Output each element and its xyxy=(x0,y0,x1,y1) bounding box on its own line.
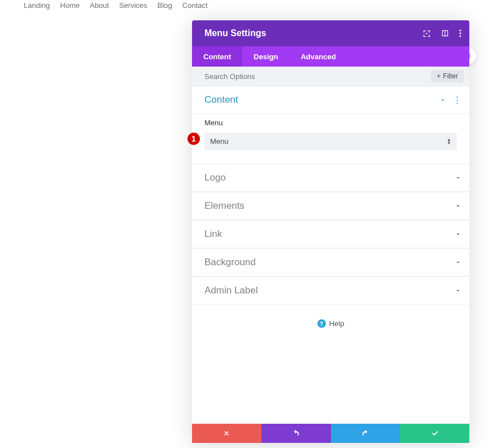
tab-design[interactable]: Design xyxy=(242,46,289,67)
menu-select-value: Menu xyxy=(210,137,229,146)
panel-title-actions xyxy=(422,29,461,38)
redo-button[interactable] xyxy=(331,424,400,443)
focus-icon[interactable] xyxy=(422,29,431,38)
chevron-down-icon xyxy=(455,287,461,294)
nav-item-blog[interactable]: Blog xyxy=(158,1,172,10)
step-badge-1: 1 xyxy=(188,133,200,145)
check-icon xyxy=(431,429,439,437)
section-elements-title: Elements xyxy=(204,200,245,212)
tab-content[interactable]: Content xyxy=(192,46,242,67)
svg-point-0 xyxy=(426,33,428,34)
nav-item-about[interactable]: About xyxy=(90,1,109,10)
panel-footer xyxy=(192,424,469,443)
svg-point-3 xyxy=(460,36,461,37)
columns-icon[interactable] xyxy=(441,29,449,37)
panel-tabs: Content Design Advanced xyxy=(192,46,469,67)
section-kebab-icon[interactable]: ⋮ xyxy=(453,98,461,102)
menu-field-label: Menu xyxy=(204,118,457,127)
chevron-down-icon xyxy=(455,259,461,266)
filter-label: Filter xyxy=(443,72,458,80)
chevron-down-icon xyxy=(455,231,461,238)
filter-button[interactable]: + Filter xyxy=(431,70,464,82)
x-icon xyxy=(223,430,230,437)
undo-button[interactable] xyxy=(261,424,331,443)
undo-icon xyxy=(292,429,300,437)
chevron-up-icon[interactable] xyxy=(439,96,446,103)
section-background[interactable]: Background xyxy=(192,248,469,276)
search-row: Search Options + Filter xyxy=(192,67,469,86)
section-content-actions: ⋮ xyxy=(439,96,461,103)
section-content-header[interactable]: Content ⋮ xyxy=(192,86,469,114)
menu-settings-panel: Menu Settings Content Design Advanced Se… xyxy=(192,20,469,443)
section-elements[interactable]: Elements xyxy=(192,192,469,220)
help-button[interactable]: ? Help xyxy=(192,305,469,424)
nav-item-services[interactable]: Services xyxy=(119,1,147,10)
nav-item-home[interactable]: Home xyxy=(60,1,80,10)
select-stepper-icon: ▲▼ xyxy=(447,138,451,144)
menu-select-row: 1 Menu ▲▼ xyxy=(204,133,457,150)
confirm-button[interactable] xyxy=(400,424,469,443)
svg-point-1 xyxy=(460,30,461,32)
tab-advanced[interactable]: Advanced xyxy=(289,46,347,67)
plus-icon: + xyxy=(437,72,441,80)
chevron-down-icon xyxy=(455,203,461,209)
help-label: Help xyxy=(329,319,345,328)
kebab-icon[interactable] xyxy=(459,29,461,37)
section-content-title: Content xyxy=(204,94,238,106)
panel-titlebar: Menu Settings xyxy=(192,20,469,46)
section-link-title: Link xyxy=(204,229,222,240)
svg-point-2 xyxy=(460,33,461,34)
section-content-body: Menu 1 Menu ▲▼ xyxy=(192,118,469,164)
section-link[interactable]: Link xyxy=(192,220,469,248)
panel-title: Menu Settings xyxy=(204,28,266,38)
redo-icon xyxy=(361,429,369,437)
help-icon: ? xyxy=(317,319,326,328)
section-logo[interactable]: Logo xyxy=(192,164,469,192)
nav-item-contact[interactable]: Contact xyxy=(182,1,208,10)
section-background-title: Background xyxy=(204,257,256,268)
nav-item-landing[interactable]: Landing xyxy=(24,1,50,10)
menu-select[interactable]: Menu ▲▼ xyxy=(204,133,457,150)
cancel-button[interactable] xyxy=(192,424,261,443)
section-admin-label-title: Admin Label xyxy=(204,285,258,296)
chevron-down-icon xyxy=(455,174,461,181)
section-admin-label[interactable]: Admin Label xyxy=(192,276,469,305)
search-input[interactable]: Search Options xyxy=(204,72,255,81)
section-logo-title: Logo xyxy=(204,172,226,183)
page-nav: Landing Home About Services Blog Contact xyxy=(0,0,497,10)
